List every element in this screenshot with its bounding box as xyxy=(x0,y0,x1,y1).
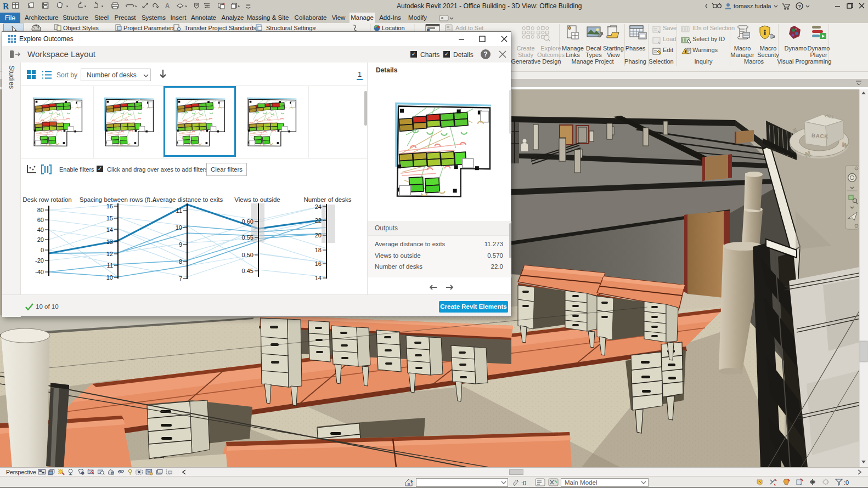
svg-text:16: 16 xyxy=(315,260,322,267)
svg-text:Add to Set: Add to Set xyxy=(455,25,483,31)
svg-text:Number of desks: Number of desks xyxy=(304,196,352,203)
svg-text:Desk row rotation: Desk row rotation xyxy=(22,196,71,203)
svg-text:Spacing between rows (ft…: Spacing between rows (ft… xyxy=(80,196,157,203)
svg-text:0.55: 0.55 xyxy=(242,234,253,241)
svg-text:10: 10 xyxy=(106,274,113,281)
svg-text:-40: -40 xyxy=(35,269,44,275)
svg-text:BACK: BACK xyxy=(811,132,829,139)
svg-text:tomasz.fudala: tomasz.fudala xyxy=(734,3,771,9)
svg-text:80: 80 xyxy=(37,207,44,213)
svg-text:Transfer Project Standards: Transfer Project Standards xyxy=(184,25,257,31)
svg-text:R: R xyxy=(3,2,9,11)
svg-text:22: 22 xyxy=(315,217,322,224)
svg-text:16: 16 xyxy=(106,203,113,209)
svg-text:11: 11 xyxy=(107,262,113,269)
svg-text:Structural Settings: Structural Settings xyxy=(266,25,315,31)
svg-text:Project Parameters: Project Parameters xyxy=(123,25,176,31)
svg-text:Views to outside: Views to outside xyxy=(234,196,280,203)
svg-text:11: 11 xyxy=(176,207,182,214)
svg-text:24: 24 xyxy=(315,203,322,210)
svg-text:40: 40 xyxy=(37,226,44,233)
svg-text:12: 12 xyxy=(106,251,113,257)
svg-text:0: 0 xyxy=(41,247,44,253)
svg-text:13: 13 xyxy=(106,239,113,245)
svg-text::0: :0 xyxy=(844,479,849,486)
svg-text:20: 20 xyxy=(37,236,44,243)
svg-text:Object Styles: Object Styles xyxy=(63,25,99,31)
svg-text:60: 60 xyxy=(37,217,44,223)
svg-text:7: 7 xyxy=(179,275,182,282)
svg-text:8: 8 xyxy=(179,258,182,265)
svg-text:14: 14 xyxy=(106,226,113,233)
svg-text:10: 10 xyxy=(176,224,182,231)
svg-text:0.45: 0.45 xyxy=(242,268,253,274)
svg-text:?: ? xyxy=(798,4,802,9)
svg-text:0.50: 0.50 xyxy=(242,252,253,258)
svg-text:Average distance to exits: Average distance to exits xyxy=(153,196,223,203)
svg-text:A: A xyxy=(165,2,170,10)
svg-text:18: 18 xyxy=(315,247,322,253)
svg-text:Location: Location xyxy=(382,25,405,31)
svg-text:9: 9 xyxy=(82,472,84,475)
svg-text:9: 9 xyxy=(179,241,182,248)
svg-text:14: 14 xyxy=(315,275,322,281)
svg-text:20: 20 xyxy=(315,232,322,239)
svg-text:15: 15 xyxy=(106,215,113,222)
svg-text::0: :0 xyxy=(521,480,526,486)
svg-text:-20: -20 xyxy=(35,257,44,264)
svg-text:0.60: 0.60 xyxy=(242,218,253,225)
